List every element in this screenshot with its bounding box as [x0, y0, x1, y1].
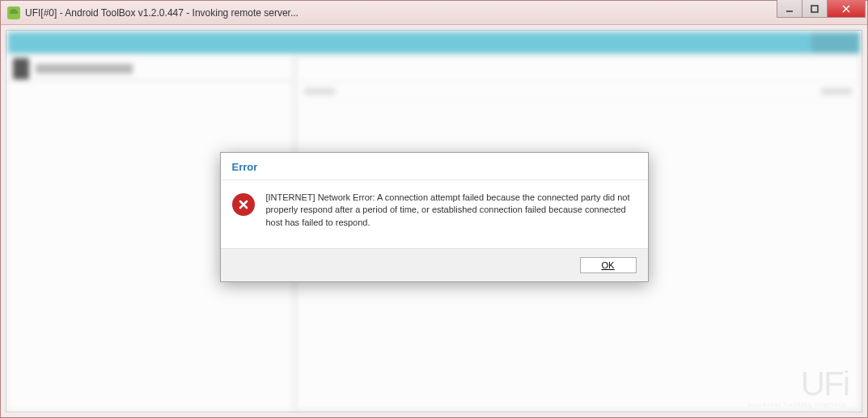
minimize-button[interactable]: [777, 0, 802, 18]
brand-logo: UFi: [801, 365, 849, 403]
ok-button[interactable]: OK: [580, 257, 637, 273]
error-dialog: Error [INTERNET] Network Error: A connec…: [220, 152, 649, 282]
dialog-message: [INTERNET] Network Error: A connection a…: [266, 192, 637, 229]
titlebar[interactable]: UFI[#0] - Android ToolBox v1.2.0.447 - I…: [1, 1, 867, 25]
svg-rect-1: [811, 6, 818, 12]
close-button[interactable]: [827, 0, 866, 18]
window-title: UFI[#0] - Android ToolBox v1.2.0.447 - I…: [25, 7, 777, 19]
window-controls: [777, 1, 867, 24]
maximize-button[interactable]: [802, 0, 828, 18]
dialog-body: [INTERNET] Network Error: A connection a…: [221, 180, 648, 248]
brand-tagline: universal flashing interface: [747, 401, 847, 408]
app-icon: [7, 6, 20, 19]
main-window: UFI[#0] - Android ToolBox v1.2.0.447 - I…: [0, 0, 868, 418]
dialog-footer: OK: [221, 248, 648, 281]
dialog-header: Error: [221, 153, 648, 180]
content-area: UFi universal flashing interface Error […: [6, 30, 862, 412]
error-icon: [232, 193, 255, 216]
dialog-title: Error: [232, 161, 637, 173]
